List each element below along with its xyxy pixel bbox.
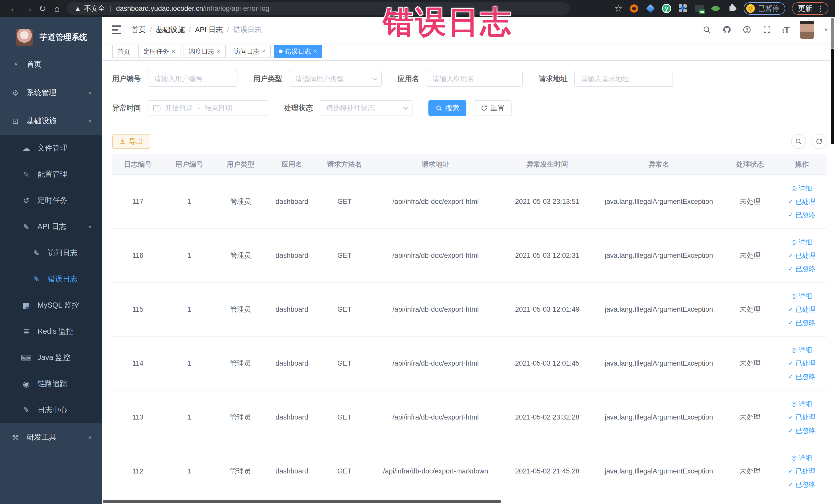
action-1-link[interactable]: ✓已处理: [777, 410, 827, 424]
api-log-icon: ✎: [21, 222, 32, 231]
update-button[interactable]: 更新 ⋮: [792, 2, 828, 15]
sidebar-item-13[interactable]: ✎日志中心: [0, 397, 102, 423]
check-icon: ✓: [788, 370, 793, 383]
action-1-link[interactable]: ✓已处理: [777, 303, 827, 316]
sidebar-item-5[interactable]: ↺定时任务: [0, 187, 102, 214]
cell-app-name: dashboard: [266, 336, 318, 390]
ext-leaf-icon[interactable]: [711, 4, 720, 13]
caret-down-icon[interactable]: ▾: [824, 26, 827, 33]
vertical-scrollbar[interactable]: [830, 17, 835, 504]
security-label: 不安全: [84, 4, 105, 13]
refresh-icon[interactable]: [812, 134, 827, 149]
text-size-icon[interactable]: tT: [782, 25, 790, 35]
close-icon[interactable]: ×: [217, 48, 221, 55]
tab-label: 定时任务: [143, 47, 169, 56]
action-0-link[interactable]: ◎详细: [777, 397, 827, 410]
forward-icon[interactable]: →: [21, 4, 36, 14]
close-icon[interactable]: ×: [262, 48, 266, 55]
user-type-select[interactable]: 请选择用户类型: [289, 71, 382, 87]
process-status-placeholder: 请选择处理状态: [326, 103, 375, 113]
sidebar-item-2[interactable]: ⊡基础设施∧: [0, 107, 102, 135]
cell-method: GET: [318, 444, 371, 498]
sidebar-item-label: MySQL 监控: [38, 300, 79, 310]
sidebar-item-9[interactable]: ▦MySQL 监控: [0, 292, 102, 318]
action-2-link[interactable]: ✓已忽略: [777, 208, 827, 222]
app-name-input[interactable]: [426, 71, 523, 87]
breadcrumb-item-1[interactable]: 基础设施: [156, 25, 185, 35]
ext-orange-ring-icon[interactable]: [629, 4, 639, 13]
tab-2[interactable]: 调度日志×: [184, 45, 226, 58]
logo-row[interactable]: 芋道管理系统: [0, 17, 102, 50]
tab-label: 首页: [117, 47, 130, 56]
action-2-link[interactable]: ✓已忽略: [777, 478, 827, 491]
browser-menu-icon[interactable]: ⋮: [816, 4, 824, 13]
close-icon[interactable]: ×: [172, 48, 175, 55]
action-0-link[interactable]: ◎详细: [777, 182, 827, 195]
action-1-link[interactable]: ✓已处理: [777, 249, 827, 262]
action-0-link[interactable]: ◎详细: [777, 343, 827, 357]
breadcrumb-item-0[interactable]: 首页: [131, 25, 146, 35]
reload-icon[interactable]: ↻: [36, 3, 50, 14]
process-status-select[interactable]: 请选择处理状态: [320, 100, 412, 116]
tab-1[interactable]: 定时任务×: [138, 45, 180, 58]
search-icon[interactable]: [702, 25, 712, 35]
action-2-link[interactable]: ✓已忽略: [777, 316, 827, 329]
action-1-link[interactable]: ✓已处理: [777, 464, 827, 478]
user-id-input[interactable]: [148, 71, 238, 87]
address-bar[interactable]: ▲ 不安全 | dashboard.yudao.iocoder.cn/infra…: [67, 2, 570, 15]
reset-button[interactable]: 重置: [474, 100, 512, 116]
dashboard-icon: ◔: [10, 60, 21, 69]
horizontal-scrollbar-thumb[interactable]: [103, 500, 501, 503]
sidebar-item-0[interactable]: ◔首页: [0, 50, 102, 79]
action-0-link[interactable]: ◎详细: [777, 289, 827, 303]
sidebar-item-12[interactable]: ◉链路追踪: [0, 371, 102, 397]
search-button[interactable]: 搜索: [428, 100, 466, 116]
home-icon[interactable]: ⌂: [50, 4, 64, 14]
paused-pill[interactable]: ☺ 已暂停: [744, 2, 785, 15]
close-icon[interactable]: ×: [313, 48, 317, 55]
user-avatar[interactable]: [800, 21, 814, 39]
action-0-link[interactable]: ◎详细: [777, 451, 827, 464]
sidebar-item-14[interactable]: ⚒研发工具∨: [0, 423, 102, 451]
search-button-label: 搜索: [445, 103, 459, 113]
check-icon: ✓: [788, 478, 793, 491]
action-0-link[interactable]: ◎详细: [777, 236, 827, 249]
ext-green-y-icon[interactable]: y: [662, 4, 671, 13]
sidebar-item-11[interactable]: ⌨Java 监控: [0, 345, 102, 371]
hamburger-icon[interactable]: [112, 25, 122, 34]
export-button[interactable]: 导出: [112, 134, 150, 149]
action-2-link[interactable]: ✓已忽略: [777, 370, 827, 383]
tab-0[interactable]: 首页: [112, 45, 135, 58]
action-2-link[interactable]: ✓已忽略: [777, 262, 827, 276]
search-toggle-icon[interactable]: [791, 134, 806, 149]
extensions-puzzle-icon[interactable]: [727, 4, 737, 13]
github-icon[interactable]: [722, 25, 732, 35]
breadcrumb-item-2[interactable]: API 日志: [195, 25, 223, 35]
ext-grid-icon[interactable]: [678, 4, 688, 13]
sidebar-item-3[interactable]: ☁文件管理: [0, 135, 102, 161]
sidebar-item-4[interactable]: ✎配置管理: [0, 161, 102, 187]
sidebar-item-6[interactable]: ✎API 日志∧: [0, 214, 102, 240]
vertical-scrollbar-thumb[interactable]: [831, 18, 834, 49]
cell-user-type: 管理员: [215, 336, 266, 390]
action-1-link[interactable]: ✓已处理: [777, 357, 827, 370]
help-icon[interactable]: [742, 25, 752, 35]
tab-4[interactable]: 错误日志×: [274, 45, 322, 58]
ext-blue-gem-icon[interactable]: [646, 4, 655, 13]
sidebar-item-8[interactable]: ✎错误日志: [0, 266, 102, 292]
action-2-link[interactable]: ✓已忽略: [777, 424, 827, 437]
cell-app-name: dashboard: [266, 444, 318, 498]
date-range-picker[interactable]: 开始日期 - 结束日期: [148, 100, 268, 116]
tab-3[interactable]: 访问日志×: [229, 45, 271, 58]
fullscreen-icon[interactable]: [762, 25, 772, 35]
back-icon[interactable]: ←: [7, 4, 21, 14]
bookmark-star-icon[interactable]: ☆: [614, 3, 623, 14]
sidebar-item-1[interactable]: ⚙系统管理∨: [0, 79, 102, 107]
request-url-input[interactable]: [574, 71, 673, 87]
sidebar-item-10[interactable]: ≣Redis 监控: [0, 318, 102, 345]
sidebar-item-7[interactable]: ✎访问日志: [0, 240, 102, 266]
ext-on-badge-icon[interactable]: on: [694, 4, 704, 13]
cell-log-id: 114: [112, 336, 163, 390]
action-1-link[interactable]: ✓已处理: [777, 195, 827, 208]
tab-label: 错误日志: [285, 47, 311, 56]
